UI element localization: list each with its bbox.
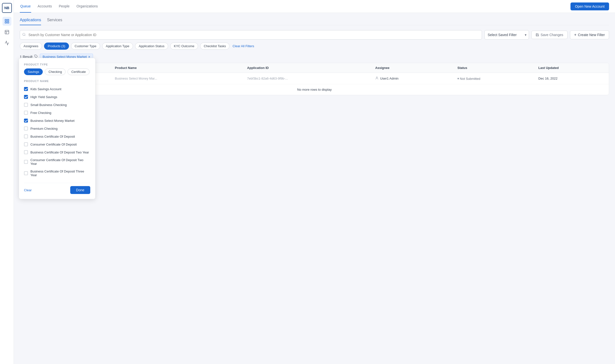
assignee-name: User1 Admin: [380, 77, 398, 80]
svg-rect-1: [7, 20, 9, 21]
checkbox-small-biz-checking[interactable]: [24, 103, 28, 107]
list-item[interactable]: Free Checking: [24, 109, 90, 117]
table-row[interactable]: Business Deposi... Business Select Money…: [20, 73, 609, 84]
saved-filter-wrapper: Select Saved Filter ▾: [484, 30, 529, 40]
no-more-rows-text: No more rows to display: [20, 84, 609, 95]
results-row: 1 Result Business Select Money Market ×: [20, 54, 609, 60]
product-type-certificate[interactable]: Certificate: [68, 68, 90, 75]
main-content: Queue Accounts People Organizations Open…: [14, 0, 615, 364]
save-icon: [536, 33, 539, 37]
page-content: Applications Services Select Saved Filte…: [14, 13, 615, 364]
assignee-cell: User1 Admin: [371, 73, 454, 84]
col-header-last-updated: Last Updated: [534, 63, 609, 73]
list-item[interactable]: Kids Savings Account: [24, 85, 90, 93]
dropdown-footer: Clear Done: [24, 183, 90, 194]
chip-application-type[interactable]: Application Type: [102, 43, 133, 50]
chip-kyc-outcome[interactable]: KYC Outcome: [170, 43, 198, 50]
svg-line-8: [25, 35, 25, 36]
product-type-checking[interactable]: Checking: [45, 68, 66, 75]
nav-link-accounts[interactable]: Accounts: [37, 0, 52, 13]
filter-row: Select Saved Filter ▾ Save Changes + Cre…: [20, 30, 609, 40]
col-header-product-name: Product Name: [111, 63, 243, 73]
clear-all-filters-link[interactable]: Clear All Filters: [232, 44, 254, 48]
col-header-status: Status: [454, 63, 534, 73]
chip-checklist-tasks[interactable]: Checklist Tasks: [200, 43, 229, 50]
product-type-section-label: PRODUCT TYPE: [24, 63, 90, 66]
list-item[interactable]: Business Certificate Of Deposit: [24, 132, 90, 140]
product-type-chips: Savings Checking Certificate: [24, 68, 90, 75]
list-item[interactable]: Business Certificate Of Deposit Three Ye…: [24, 168, 90, 179]
nav-links: Queue Accounts People Organizations: [20, 0, 98, 13]
page-tabs: Applications Services: [20, 18, 609, 25]
checkbox-free-checking[interactable]: [24, 111, 28, 115]
svg-rect-0: [5, 20, 6, 21]
checkbox-biz-cert-deposit[interactable]: [24, 134, 28, 138]
checkbox-high-yield[interactable]: [24, 95, 28, 99]
saved-filter-select[interactable]: Select Saved Filter: [484, 30, 529, 40]
done-button[interactable]: Done: [70, 186, 90, 194]
sidebar-icon-analytics[interactable]: [2, 39, 11, 47]
sidebar-icon-reports[interactable]: [2, 28, 11, 37]
nav-link-queue[interactable]: Queue: [20, 0, 31, 13]
chips-row: Assignees Products (3) Customer Type App…: [20, 43, 609, 50]
checkbox-biz-cert-deposit-3yr[interactable]: [24, 171, 28, 175]
search-icon: [22, 33, 26, 37]
checkbox-biz-select-money-market[interactable]: [24, 119, 28, 123]
nav-link-organizations[interactable]: Organizations: [76, 0, 98, 13]
product-filter-dropdown: PRODUCT TYPE Savings Checking Certificat…: [19, 58, 95, 199]
tab-services[interactable]: Services: [47, 18, 62, 25]
table-container: Application Type Product Name Applicatio…: [20, 63, 609, 95]
open-new-account-button[interactable]: Open New Account: [570, 2, 609, 10]
product-name-list: Kids Savings Account High Yield Savings …: [24, 85, 90, 179]
list-item[interactable]: Business Certificate Of Deposit Two Year: [24, 148, 90, 156]
col-header-application-id: Application ID: [243, 63, 371, 73]
svg-rect-4: [5, 30, 9, 34]
no-more-rows-row: No more rows to display: [20, 84, 609, 95]
list-item[interactable]: Consumer Certificate Of Deposit: [24, 140, 90, 148]
status-dot: [457, 78, 459, 79]
sidebar: NB: [0, 0, 14, 364]
clear-filter-button[interactable]: Clear: [24, 188, 32, 192]
save-changes-button[interactable]: Save Changes: [531, 31, 568, 39]
checkbox-consumer-cert-deposit[interactable]: [24, 142, 28, 146]
nav-link-people[interactable]: People: [58, 0, 70, 13]
svg-point-10: [376, 77, 378, 78]
tab-applications[interactable]: Applications: [20, 18, 41, 25]
chip-customer-type[interactable]: Customer Type: [71, 43, 100, 50]
user-icon: [375, 76, 379, 81]
svg-rect-2: [5, 22, 6, 23]
app-logo: NB: [2, 3, 12, 13]
svg-rect-3: [7, 22, 9, 23]
sidebar-icon-dashboard[interactable]: [2, 17, 11, 26]
product-name-section-label: PRODUCT NAME: [24, 80, 90, 83]
chip-assignees[interactable]: Assignees: [20, 43, 42, 50]
applications-table: Application Type Product Name Applicatio…: [20, 63, 609, 95]
top-nav: Queue Accounts People Organizations Open…: [14, 0, 615, 13]
create-new-filter-button[interactable]: + Create New Filter: [570, 30, 609, 39]
search-wrapper: [20, 30, 482, 40]
chip-products[interactable]: Products (3): [44, 43, 69, 50]
search-input[interactable]: [20, 30, 482, 40]
checkbox-kids-savings[interactable]: [24, 87, 28, 91]
checkbox-premium-checking[interactable]: [24, 127, 28, 130]
application-id-cell: 7ebf3bc1-82a6-4d63-9f9b-...: [243, 73, 371, 84]
product-name-cell: Business Select Money Mar...: [111, 73, 243, 84]
checkbox-consumer-cert-deposit-2yr[interactable]: [24, 160, 28, 164]
last-updated-cell: Dec 16, 2022: [534, 73, 609, 84]
list-item[interactable]: Consumer Certificate Of Deposit Two Year: [24, 156, 90, 168]
svg-point-7: [23, 33, 25, 35]
list-item[interactable]: High Yield Savings: [24, 93, 90, 101]
checkbox-biz-cert-deposit-2yr[interactable]: [24, 150, 28, 154]
status-cell: Not Submitted: [454, 73, 534, 84]
list-item[interactable]: Small Business Checking: [24, 101, 90, 109]
list-item[interactable]: Business Select Money Market: [24, 117, 90, 125]
table-header-row: Application Type Product Name Applicatio…: [20, 63, 609, 73]
chip-application-status[interactable]: Application Status: [135, 43, 168, 50]
plus-icon: +: [574, 33, 576, 37]
list-item[interactable]: Premium Checking: [24, 125, 90, 132]
product-type-savings[interactable]: Savings: [24, 68, 43, 75]
col-header-assignee: Assignee: [371, 63, 454, 73]
